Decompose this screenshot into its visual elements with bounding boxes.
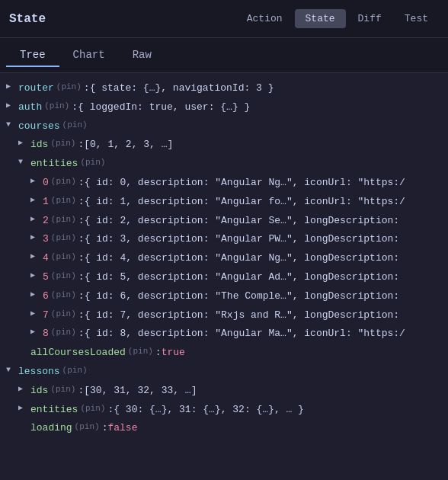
tree-colon: : xyxy=(84,81,90,97)
tree-row[interactable]: allCoursesLoaded (pin): true xyxy=(0,344,448,363)
tree-value: { id: 7, description: "Rxjs and R…", lon… xyxy=(85,308,399,324)
tree-value: { state: {…}, navigationId: 3 } xyxy=(90,81,274,97)
tree-colon: : xyxy=(78,251,85,267)
tree-key: entities xyxy=(30,156,78,172)
tree-arrow-icon xyxy=(18,137,29,149)
tree-row[interactable]: 6 (pin): { id: 6, description: "The Comp… xyxy=(0,287,448,306)
tree-arrow-icon xyxy=(6,119,17,131)
tree-key: loading xyxy=(30,421,72,437)
tree-row[interactable]: router (pin): { state: {…}, navigationId… xyxy=(0,79,448,98)
tree-arrow-icon xyxy=(30,194,41,206)
tree-value: { id: 4, description: "Angular Ng…", lon… xyxy=(85,251,399,267)
tree-row[interactable]: 3 (pin): { id: 3, description: "Angular … xyxy=(0,230,448,249)
tree-pin: (pin) xyxy=(51,213,76,227)
tree-arrow-icon xyxy=(30,213,41,226)
tree-pin: (pin) xyxy=(51,270,76,283)
tree-arrow-icon xyxy=(30,232,41,244)
tab-action[interactable]: Action xyxy=(236,9,293,28)
page-title: State xyxy=(9,12,46,26)
tree-pin: (pin) xyxy=(51,308,76,322)
tree-pin: (pin) xyxy=(51,232,76,245)
tree-arrow-icon xyxy=(6,100,17,112)
tree-colon: : xyxy=(78,383,84,399)
tree-key: 3 xyxy=(43,232,49,248)
subtab-raw[interactable]: Raw xyxy=(119,44,165,67)
sub-tab-group: Tree Chart Raw xyxy=(0,38,448,73)
tree-row[interactable]: 7 (pin): { id: 7, description: "Rxjs and… xyxy=(0,306,448,325)
tree-row[interactable]: 0 (pin): { id: 0, description: "Angular … xyxy=(0,174,448,193)
tree-arrow-icon xyxy=(30,251,41,263)
tree-key: entities xyxy=(30,402,78,418)
tree-pin: (pin) xyxy=(56,81,82,94)
tree-key: ids xyxy=(30,383,48,399)
tab-diff[interactable]: Diff xyxy=(347,9,392,28)
tree-pin: (pin) xyxy=(51,251,76,264)
tree-pin: (pin) xyxy=(50,137,75,151)
tree-value: [30, 31, 32, 33, …] xyxy=(84,383,197,399)
tree-colon: : xyxy=(107,402,114,418)
tree-pin: (pin) xyxy=(128,345,153,359)
tree-key: allCoursesLoaded xyxy=(30,345,126,361)
tree-row[interactable]: 5 (pin): { id: 5, description: "Angular … xyxy=(0,268,448,287)
tree-row[interactable]: 4 (pin): { id: 4, description: "Angular … xyxy=(0,249,448,268)
tree-value: { loggedIn: true, user: {…} } xyxy=(78,100,250,116)
tree-key: 8 xyxy=(43,326,49,342)
subtab-chart[interactable]: Chart xyxy=(59,44,119,67)
tree-pin: (pin) xyxy=(62,119,88,133)
tree-key: auth xyxy=(18,100,42,116)
tree-colon: : xyxy=(72,100,78,116)
tree-key: 1 xyxy=(43,194,49,210)
tree-value: { id: 8, description: "Angular Ma…", ico… xyxy=(85,326,405,342)
tab-test[interactable]: Test xyxy=(394,9,439,28)
tree-row[interactable]: auth (pin): { loggedIn: true, user: {…} … xyxy=(0,98,448,117)
tree-pin: (pin) xyxy=(80,402,105,416)
tree-row[interactable]: ids (pin): [30, 31, 32, 33, …] xyxy=(0,382,448,401)
tree-colon: : xyxy=(78,326,85,342)
header: State Action State Diff Test xyxy=(0,0,448,38)
tree-key: 5 xyxy=(43,270,49,286)
tree-colon: : xyxy=(102,421,108,437)
tree-key: 4 xyxy=(43,251,49,267)
tree-pin: (pin) xyxy=(51,326,76,340)
tree-key: ids xyxy=(30,137,48,153)
tree-row[interactable]: 2 (pin): { id: 2, description: "Angular … xyxy=(0,212,448,231)
tree-row[interactable]: 1 (pin): { id: 1, description: "Angular … xyxy=(0,193,448,212)
tab-state[interactable]: State xyxy=(295,9,346,28)
tree-arrow-icon xyxy=(6,364,17,376)
tree-row[interactable]: entities (pin) xyxy=(0,155,448,174)
tree-colon: : xyxy=(78,270,85,286)
tree-value: { id: 0, description: "Angular Ng…", ico… xyxy=(85,175,405,191)
tree-value: { id: 3, description: "Angular PW…", lon… xyxy=(85,232,399,248)
tree-row[interactable]: lessons (pin) xyxy=(0,363,448,382)
tree-pin: (pin) xyxy=(75,421,100,434)
tree-pin: (pin) xyxy=(51,175,76,189)
tree-row[interactable]: entities (pin): { 30: {…}, 31: {…}, 32: … xyxy=(0,401,448,420)
tree-arrow-icon xyxy=(6,81,17,93)
tree-colon: : xyxy=(155,345,162,361)
header-tab-group: Action State Diff Test xyxy=(236,9,439,28)
subtab-tree[interactable]: Tree xyxy=(6,44,59,67)
tree-value: { id: 5, description: "Angular Ad…", lon… xyxy=(85,270,399,286)
tree-colon: : xyxy=(78,194,85,210)
tree-arrow-icon xyxy=(18,383,29,395)
tree-pin: (pin) xyxy=(80,156,105,170)
tree-value: true xyxy=(162,345,185,361)
tree-colon: : xyxy=(78,137,84,153)
tree-pin: (pin) xyxy=(44,100,69,114)
tree-key: lessons xyxy=(18,364,60,380)
tree-row[interactable]: courses (pin) xyxy=(0,117,448,136)
tree-value: [0, 1, 2, 3, …] xyxy=(84,137,173,153)
tree-arrow-icon xyxy=(30,326,41,338)
tree-row[interactable]: ids (pin): [0, 1, 2, 3, …] xyxy=(0,136,448,155)
tree-arrow-icon xyxy=(18,156,29,168)
tree-colon: : xyxy=(78,289,85,305)
tree-value: { 30: {…}, 31: {…}, 32: {…}, … } xyxy=(114,402,304,418)
tree-row[interactable]: loading (pin): false xyxy=(0,419,448,438)
tree-arrow-icon xyxy=(18,402,29,414)
tree-content: router (pin): { state: {…}, navigationId… xyxy=(0,73,448,480)
tree-key: 2 xyxy=(43,213,49,229)
tree-key: router xyxy=(18,81,54,97)
tree-pin: (pin) xyxy=(62,364,88,378)
tree-colon: : xyxy=(78,175,85,191)
tree-row[interactable]: 8 (pin): { id: 8, description: "Angular … xyxy=(0,325,448,344)
